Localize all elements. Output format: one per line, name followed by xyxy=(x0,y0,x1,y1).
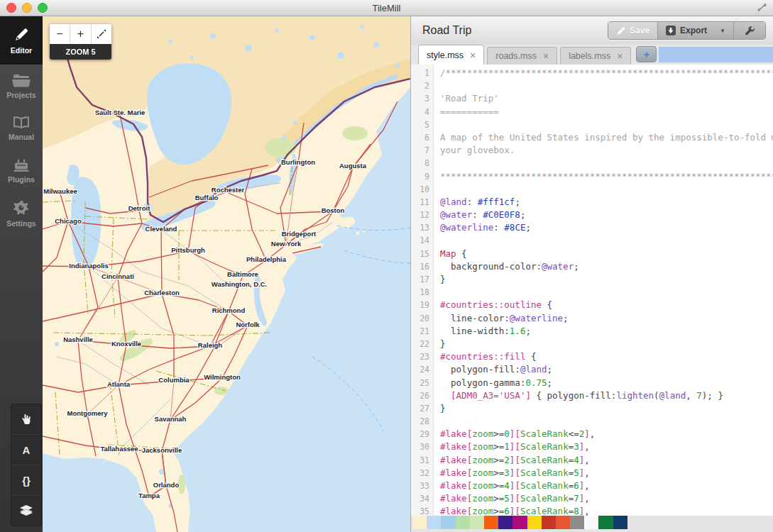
map-city-label: Boston xyxy=(322,206,345,214)
palette-swatch[interactable] xyxy=(412,516,427,529)
layers-icon xyxy=(20,505,33,516)
map-preview[interactable]: Sault Ste. MarieMilwaukeeChicagoDetroitC… xyxy=(43,16,410,532)
palette-swatch[interactable] xyxy=(470,516,484,529)
palette-swatch[interactable] xyxy=(441,516,455,529)
map-city-label: Savannah xyxy=(155,415,187,423)
map-city-label: Columbia xyxy=(158,376,190,384)
sidebar-item-label: Manual xyxy=(9,133,34,141)
palette-swatch[interactable] xyxy=(512,516,527,529)
tab-bar: style.mss × roads.mss × labels.mss × + xyxy=(411,45,773,65)
tab-labels-mss[interactable]: labels.mss × xyxy=(560,47,631,65)
wrench-icon xyxy=(745,26,755,36)
palette-swatch[interactable] xyxy=(527,516,542,529)
layers-tool-button[interactable] xyxy=(11,496,41,526)
palette-swatch[interactable] xyxy=(484,516,498,529)
map-city-label: Tallahassee xyxy=(100,445,138,453)
close-icon[interactable]: × xyxy=(543,51,549,61)
titlebar: TileMill xyxy=(0,0,773,16)
expand-arrows-icon xyxy=(97,29,106,39)
sidebar-item-label: Plugins xyxy=(8,175,35,184)
map-city-label: Detroit xyxy=(128,204,150,212)
sidebar-item-editor[interactable]: Editor xyxy=(0,16,43,65)
line-numbers: 1234567891011121314151617181920212223242… xyxy=(411,65,434,516)
map-city-label: Cleveland xyxy=(146,225,177,233)
map-city-label: Orlando xyxy=(153,481,180,489)
close-icon[interactable]: × xyxy=(470,50,476,60)
plugin-icon xyxy=(13,158,30,172)
palette-swatch[interactable] xyxy=(456,516,470,529)
settings-wrench-button[interactable] xyxy=(733,22,765,39)
palette-swatch[interactable] xyxy=(498,516,512,529)
map-city-label: Rochester xyxy=(212,186,245,194)
pane-header: Road Trip Save Export ▼ xyxy=(411,16,773,45)
fonts-tool-button[interactable]: A xyxy=(11,435,41,465)
map-city-label: Philadelphia xyxy=(246,255,287,263)
map-canvas: Sault Ste. MarieMilwaukeeChicagoDetroitC… xyxy=(43,16,410,532)
map-city-label: Wilmington xyxy=(204,373,241,381)
tab-label: roads.mss xyxy=(495,51,537,61)
export-button-label: Export xyxy=(680,26,707,35)
palette-swatch[interactable] xyxy=(556,516,570,529)
pencil-icon xyxy=(13,26,30,43)
map-fullscreen-button[interactable] xyxy=(92,24,111,44)
palette-swatch[interactable] xyxy=(542,516,556,529)
zoom-out-button[interactable]: − xyxy=(50,24,70,44)
palette-swatch[interactable] xyxy=(613,516,627,529)
gear-icon xyxy=(13,199,30,216)
sidebar-item-projects[interactable]: Projects xyxy=(0,65,43,107)
header-button-group: Save Export ▼ xyxy=(608,21,766,40)
sidebar: Editor Projects Manual xyxy=(0,16,43,532)
close-icon[interactable]: × xyxy=(617,51,623,61)
add-stylesheet-button[interactable]: + xyxy=(636,46,657,62)
map-city-label: Nashville xyxy=(63,336,93,343)
sidebar-item-manual[interactable]: Manual xyxy=(0,107,43,150)
window-title: TileMill xyxy=(0,3,773,13)
pencil-icon xyxy=(616,26,625,35)
map-city-label: Montgomery xyxy=(67,409,109,417)
project-title: Road Trip xyxy=(422,24,471,37)
save-button-label: Save xyxy=(630,26,649,35)
tab-label: style.mss xyxy=(427,50,464,60)
map-city-label: Richmond xyxy=(212,306,246,314)
palette-swatch[interactable] xyxy=(570,516,584,529)
tab-roads-mss[interactable]: roads.mss × xyxy=(487,47,557,65)
map-city-label: Augusta xyxy=(339,162,367,170)
map-city-label: Buffalo xyxy=(195,194,219,201)
tab-label: labels.mss xyxy=(569,51,610,61)
hand-tool-button[interactable] xyxy=(11,404,41,435)
map-city-label: Norfolk xyxy=(236,321,260,328)
palette-swatch[interactable] xyxy=(427,516,441,529)
save-button[interactable]: Save xyxy=(608,22,657,39)
hand-icon xyxy=(20,413,33,426)
map-city-label: Cincinnati xyxy=(102,272,134,280)
chevron-down-icon: ▼ xyxy=(720,28,725,34)
carto-reference-tool-button[interactable]: {} xyxy=(11,465,41,496)
zoom-in-button[interactable]: + xyxy=(70,24,91,44)
sidebar-item-plugins[interactable]: Plugins xyxy=(0,150,43,192)
fullscreen-icon[interactable] xyxy=(756,2,767,13)
sidebar-item-label: Editor xyxy=(11,46,32,55)
sidebar-item-label: Settings xyxy=(6,219,35,228)
map-city-label: Raleigh xyxy=(198,341,223,349)
map-tool-palette: A {} xyxy=(11,404,42,526)
braces-icon: {} xyxy=(22,475,31,487)
tab-style-mss[interactable]: style.mss × xyxy=(418,45,484,65)
code-editor[interactable]: 1234567891011121314151617181920212223242… xyxy=(411,65,773,516)
tilemill-window: TileMill Editor Projects xyxy=(0,0,773,532)
export-button[interactable]: Export ▼ xyxy=(657,22,733,39)
map-city-label: New York xyxy=(271,240,302,248)
tab-drop-highlight xyxy=(659,47,773,62)
map-city-label: Milwaukee xyxy=(43,187,77,195)
code-lines[interactable]: /***************************************… xyxy=(434,65,773,516)
palette-swatch[interactable] xyxy=(598,516,613,529)
download-icon xyxy=(666,26,676,35)
sidebar-item-settings[interactable]: Settings xyxy=(0,192,43,235)
map-city-label: Sault Ste. Marie xyxy=(95,109,146,116)
palette-swatch[interactable] xyxy=(584,516,598,529)
map-city-label: Atlanta xyxy=(107,380,131,388)
book-icon xyxy=(12,116,31,130)
map-city-label: Pittsburgh xyxy=(171,246,205,254)
map-city-label: Indianapolis xyxy=(69,262,108,270)
zoom-level-tooltip: ZOOM 5 xyxy=(50,44,111,60)
map-city-label: Charleston xyxy=(144,289,180,297)
